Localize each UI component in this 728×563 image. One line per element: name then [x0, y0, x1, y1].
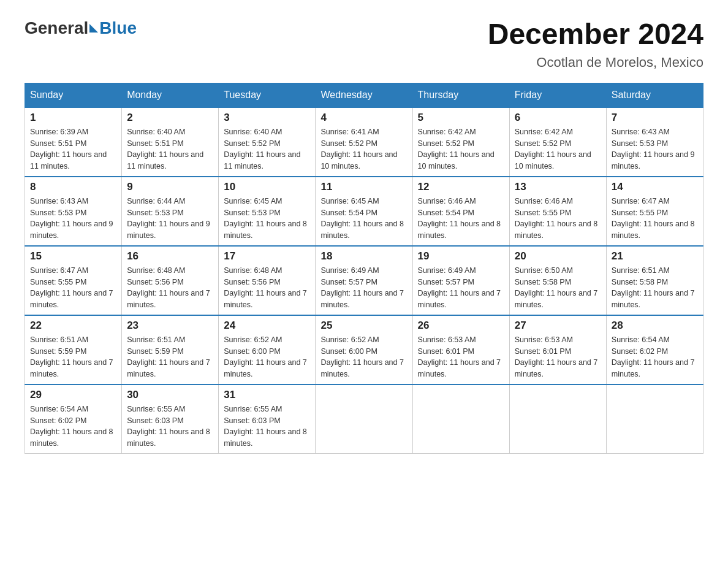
calendar-day-25: 25 Sunrise: 6:52 AM Sunset: 6:00 PM Dayl…: [316, 315, 412, 385]
calendar-table: SundayMondayTuesdayWednesdayThursdayFrid…: [25, 83, 703, 454]
calendar-week-2: 8 Sunrise: 6:43 AM Sunset: 5:53 PM Dayli…: [25, 177, 703, 246]
main-title: December 2024: [488, 18, 703, 51]
calendar-day-21: 21 Sunrise: 6:51 AM Sunset: 5:58 PM Dayl…: [606, 246, 703, 315]
day-info: Sunrise: 6:51 AM Sunset: 5:59 PM Dayligh…: [30, 334, 116, 380]
calendar-day-27: 27 Sunrise: 6:53 AM Sunset: 6:01 PM Dayl…: [509, 315, 606, 385]
day-number: 26: [418, 320, 504, 332]
calendar-week-5: 29 Sunrise: 6:54 AM Sunset: 6:02 PM Dayl…: [25, 385, 703, 454]
day-number: 24: [224, 320, 310, 332]
day-info: Sunrise: 6:41 AM Sunset: 5:52 PM Dayligh…: [320, 126, 407, 172]
empty-cell: [509, 385, 606, 454]
day-info: Sunrise: 6:39 AM Sunset: 5:51 PM Dayligh…: [30, 126, 116, 172]
day-number: 7: [612, 112, 698, 124]
calendar-day-10: 10 Sunrise: 6:45 AM Sunset: 5:53 PM Dayl…: [219, 177, 316, 246]
day-info: Sunrise: 6:53 AM Sunset: 6:01 PM Dayligh…: [515, 334, 601, 380]
day-info: Sunrise: 6:51 AM Sunset: 5:58 PM Dayligh…: [612, 265, 698, 311]
title-section: December 2024 Ocotlan de Morelos, Mexico: [488, 18, 703, 71]
calendar-day-29: 29 Sunrise: 6:54 AM Sunset: 6:02 PM Dayl…: [25, 385, 122, 454]
day-info: Sunrise: 6:53 AM Sunset: 6:01 PM Dayligh…: [418, 334, 504, 380]
calendar-day-1: 1 Sunrise: 6:39 AM Sunset: 5:51 PM Dayli…: [25, 107, 122, 177]
day-info: Sunrise: 6:55 AM Sunset: 6:03 PM Dayligh…: [224, 404, 310, 450]
day-number: 31: [224, 389, 310, 401]
calendar-week-3: 15 Sunrise: 6:47 AM Sunset: 5:55 PM Dayl…: [25, 246, 703, 315]
day-number: 16: [127, 250, 213, 262]
day-info: Sunrise: 6:52 AM Sunset: 6:00 PM Dayligh…: [320, 334, 407, 380]
empty-cell: [412, 385, 509, 454]
weekday-header-wednesday: Wednesday: [316, 83, 412, 107]
calendar-day-28: 28 Sunrise: 6:54 AM Sunset: 6:02 PM Dayl…: [606, 315, 703, 385]
day-info: Sunrise: 6:54 AM Sunset: 6:02 PM Dayligh…: [30, 404, 116, 450]
logo: General Blue: [25, 18, 137, 38]
day-number: 20: [515, 250, 601, 262]
calendar-week-1: 1 Sunrise: 6:39 AM Sunset: 5:51 PM Dayli…: [25, 107, 703, 177]
location-subtitle: Ocotlan de Morelos, Mexico: [488, 55, 703, 71]
weekday-header-tuesday: Tuesday: [219, 83, 316, 107]
weekday-header-row: SundayMondayTuesdayWednesdayThursdayFrid…: [25, 83, 703, 107]
calendar-day-16: 16 Sunrise: 6:48 AM Sunset: 5:56 PM Dayl…: [122, 246, 219, 315]
calendar-day-15: 15 Sunrise: 6:47 AM Sunset: 5:55 PM Dayl…: [25, 246, 122, 315]
day-number: 2: [127, 112, 213, 124]
calendar-day-22: 22 Sunrise: 6:51 AM Sunset: 5:59 PM Dayl…: [25, 315, 122, 385]
day-number: 14: [612, 181, 698, 193]
calendar-day-19: 19 Sunrise: 6:49 AM Sunset: 5:57 PM Dayl…: [412, 246, 509, 315]
calendar-day-8: 8 Sunrise: 6:43 AM Sunset: 5:53 PM Dayli…: [25, 177, 122, 246]
calendar-day-2: 2 Sunrise: 6:40 AM Sunset: 5:51 PM Dayli…: [122, 107, 219, 177]
weekday-header-friday: Friday: [509, 83, 606, 107]
day-info: Sunrise: 6:45 AM Sunset: 5:54 PM Dayligh…: [320, 196, 407, 242]
calendar-day-17: 17 Sunrise: 6:48 AM Sunset: 5:56 PM Dayl…: [219, 246, 316, 315]
day-info: Sunrise: 6:42 AM Sunset: 5:52 PM Dayligh…: [515, 126, 601, 172]
calendar-day-30: 30 Sunrise: 6:55 AM Sunset: 6:03 PM Dayl…: [122, 385, 219, 454]
day-info: Sunrise: 6:47 AM Sunset: 5:55 PM Dayligh…: [612, 196, 698, 242]
day-info: Sunrise: 6:43 AM Sunset: 5:53 PM Dayligh…: [30, 196, 116, 242]
calendar-day-31: 31 Sunrise: 6:55 AM Sunset: 6:03 PM Dayl…: [219, 385, 316, 454]
logo-blue-text: Blue: [99, 18, 137, 38]
day-number: 13: [515, 181, 601, 193]
day-info: Sunrise: 6:52 AM Sunset: 6:00 PM Dayligh…: [224, 334, 310, 380]
calendar-day-13: 13 Sunrise: 6:46 AM Sunset: 5:55 PM Dayl…: [509, 177, 606, 246]
calendar-day-7: 7 Sunrise: 6:43 AM Sunset: 5:53 PM Dayli…: [606, 107, 703, 177]
empty-cell: [606, 385, 703, 454]
calendar-day-14: 14 Sunrise: 6:47 AM Sunset: 5:55 PM Dayl…: [606, 177, 703, 246]
day-number: 9: [127, 181, 213, 193]
day-info: Sunrise: 6:49 AM Sunset: 5:57 PM Dayligh…: [320, 265, 407, 311]
day-info: Sunrise: 6:46 AM Sunset: 5:54 PM Dayligh…: [418, 196, 504, 242]
calendar-day-18: 18 Sunrise: 6:49 AM Sunset: 5:57 PM Dayl…: [316, 246, 412, 315]
day-info: Sunrise: 6:47 AM Sunset: 5:55 PM Dayligh…: [30, 265, 116, 311]
calendar-day-6: 6 Sunrise: 6:42 AM Sunset: 5:52 PM Dayli…: [509, 107, 606, 177]
calendar-day-4: 4 Sunrise: 6:41 AM Sunset: 5:52 PM Dayli…: [316, 107, 412, 177]
logo-arrow-icon: [89, 24, 98, 33]
calendar-day-24: 24 Sunrise: 6:52 AM Sunset: 6:00 PM Dayl…: [219, 315, 316, 385]
day-info: Sunrise: 6:45 AM Sunset: 5:53 PM Dayligh…: [224, 196, 310, 242]
weekday-header-monday: Monday: [122, 83, 219, 107]
day-info: Sunrise: 6:55 AM Sunset: 6:03 PM Dayligh…: [127, 404, 213, 450]
day-number: 11: [320, 181, 407, 193]
day-number: 18: [320, 250, 407, 262]
day-number: 17: [224, 250, 310, 262]
calendar-day-11: 11 Sunrise: 6:45 AM Sunset: 5:54 PM Dayl…: [316, 177, 412, 246]
day-info: Sunrise: 6:54 AM Sunset: 6:02 PM Dayligh…: [612, 334, 698, 380]
day-number: 8: [30, 181, 116, 193]
day-info: Sunrise: 6:48 AM Sunset: 5:56 PM Dayligh…: [224, 265, 310, 311]
day-info: Sunrise: 6:46 AM Sunset: 5:55 PM Dayligh…: [515, 196, 601, 242]
day-number: 4: [320, 112, 407, 124]
weekday-header-sunday: Sunday: [25, 83, 122, 107]
day-number: 5: [418, 112, 504, 124]
calendar-day-23: 23 Sunrise: 6:51 AM Sunset: 5:59 PM Dayl…: [122, 315, 219, 385]
day-number: 22: [30, 320, 116, 332]
logo-general-text: General: [25, 18, 88, 38]
day-number: 23: [127, 320, 213, 332]
day-info: Sunrise: 6:40 AM Sunset: 5:52 PM Dayligh…: [224, 126, 310, 172]
calendar-day-12: 12 Sunrise: 6:46 AM Sunset: 5:54 PM Dayl…: [412, 177, 509, 246]
day-number: 3: [224, 112, 310, 124]
day-info: Sunrise: 6:44 AM Sunset: 5:53 PM Dayligh…: [127, 196, 213, 242]
day-number: 15: [30, 250, 116, 262]
calendar-day-5: 5 Sunrise: 6:42 AM Sunset: 5:52 PM Dayli…: [412, 107, 509, 177]
calendar-day-9: 9 Sunrise: 6:44 AM Sunset: 5:53 PM Dayli…: [122, 177, 219, 246]
day-number: 29: [30, 389, 116, 401]
calendar-day-3: 3 Sunrise: 6:40 AM Sunset: 5:52 PM Dayli…: [219, 107, 316, 177]
day-info: Sunrise: 6:48 AM Sunset: 5:56 PM Dayligh…: [127, 265, 213, 311]
page-header: General Blue December 2024 Ocotlan de Mo…: [25, 18, 703, 71]
day-info: Sunrise: 6:42 AM Sunset: 5:52 PM Dayligh…: [418, 126, 504, 172]
day-number: 10: [224, 181, 310, 193]
calendar-day-20: 20 Sunrise: 6:50 AM Sunset: 5:58 PM Dayl…: [509, 246, 606, 315]
